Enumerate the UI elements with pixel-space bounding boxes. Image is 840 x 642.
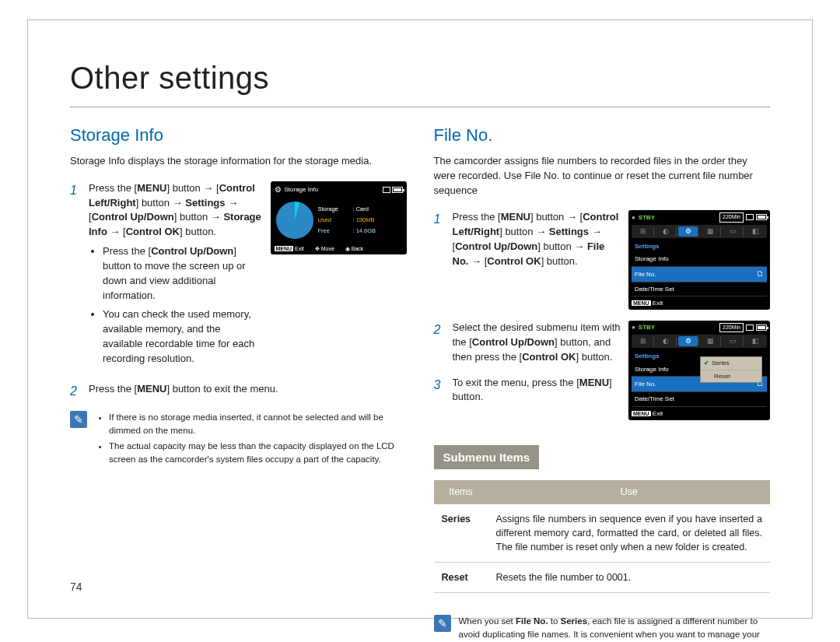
storage-label: Storage [318, 205, 353, 214]
used-label: Used [318, 216, 353, 225]
step-number: 1 [434, 210, 445, 268]
free-label: Free [318, 227, 353, 236]
tab-icon: ▭ [723, 336, 744, 346]
step-3: 3 To exit the menu, press the [MENU] but… [434, 376, 621, 405]
step1-bullet-1: Press the [Control Up/Down] button to mo… [103, 244, 263, 303]
note-bullet-1: If there is no storage media inserted, i… [109, 411, 407, 437]
r-step2-text: Select the desired submenu item with the… [453, 321, 621, 365]
file-no-note: When you set File No. to Series, each fi… [459, 615, 771, 642]
sd-card-icon [383, 187, 390, 193]
step-2: 2 Press the [MENU] button to exit the me… [70, 382, 407, 400]
step-number: 2 [70, 382, 81, 400]
tab-icon: ◐ [656, 336, 677, 346]
submenu-table: Items Use Series Assigns file numbers in… [434, 480, 771, 593]
step-number: 3 [434, 376, 445, 405]
menu-button-label: MENU [632, 300, 651, 306]
file-no-intro: The camcorder assigns file numbers to re… [434, 154, 771, 198]
submenu-popup: ✔Series Reset [700, 356, 762, 383]
storage-info-intro: Storage Info displays the storage inform… [70, 154, 407, 169]
step-2: 2 Select the desired submenu item with t… [434, 321, 621, 365]
stby-label: STBY [639, 213, 655, 223]
tab-icon: ◧ [745, 226, 765, 237]
table-row: Series Assigns file numbers in sequence … [434, 504, 771, 563]
note-bullet-2: The actual capacity may be less than the… [109, 440, 407, 465]
item-series: Series [434, 504, 488, 563]
popup-row-reset: Reset [701, 370, 761, 383]
move-icon: ✥ [315, 246, 320, 251]
note-box: ✎ When you set File No. to Series, each … [434, 615, 771, 642]
menu-button-label: MENU [632, 411, 651, 416]
time-remaining: 220Min [719, 323, 744, 332]
popup-row-series: ✔Series [701, 357, 761, 370]
use-series: Assigns file numbers in sequence even if… [488, 504, 771, 563]
back-icon: ◉ [345, 246, 350, 251]
tab-icons: ⊞ ◐ ⚙ ▦ ▭ ◧ [632, 225, 767, 238]
battery-icon [756, 214, 767, 220]
note-icon: ✎ [434, 615, 451, 632]
left-column: Storage Info Storage Info displays the s… [70, 123, 407, 642]
rec-icon: ● [632, 323, 635, 332]
step-number: 1 [70, 181, 81, 371]
note-icon: ✎ [70, 411, 87, 428]
settings-tab-icon: ⚙ [678, 336, 699, 346]
divider [70, 107, 770, 107]
sd-card-icon [746, 214, 754, 220]
gear-icon: ⚙ [275, 184, 282, 196]
storage-values: Storage : Card Used : 190MB Free : 14.6G… [318, 205, 376, 236]
battery-icon [392, 187, 403, 193]
tab-icon: ◧ [745, 336, 765, 346]
page-title: Other settings [70, 55, 770, 100]
settings-header: Settings [632, 240, 767, 253]
menu-row: Storage Info [632, 252, 767, 267]
lcd-footer: MENU Exit ✥ Move ◉ Back [275, 245, 403, 253]
used-value: : 190MB [353, 216, 376, 225]
r-step1-text: Press the [MENU] button → [Control Left/… [453, 210, 621, 268]
tab-icon: ⊞ [633, 226, 654, 237]
menu-button-label: MENU [275, 246, 294, 251]
item-reset: Reset [434, 562, 488, 592]
tab-icon: ⊞ [633, 336, 654, 346]
battery-icon [756, 325, 767, 331]
right-column: File No. The camcorder assigns file numb… [434, 123, 771, 642]
r-step3-text: To exit the menu, press the [MENU] butto… [453, 376, 621, 405]
rec-icon: ● [632, 213, 635, 223]
file-no-heading: File No. [434, 123, 771, 148]
step2-text: Press the [MENU] button to exit the menu… [89, 382, 407, 400]
step1-text: Press the [MENU] button → [Control Left/… [89, 182, 261, 238]
tab-icon: ▦ [700, 336, 721, 346]
storage-info-heading: Storage Info [70, 123, 407, 148]
table-header-use: Use [488, 480, 771, 503]
check-icon: ✔ [704, 359, 709, 368]
manual-page: Other settings Storage Info Storage Info… [27, 19, 813, 619]
menu-row-selected: File No. 🗋 [632, 267, 767, 282]
tab-icon: ◐ [656, 226, 677, 237]
page-number: 74 [70, 579, 82, 595]
step-1: 1 Press the [MENU] button → [Control Lef… [434, 210, 621, 268]
time-remaining: 220Min [719, 212, 744, 222]
menu-row: Date/Time Set [632, 282, 767, 297]
note-box: ✎ If there is no storage media inserted,… [70, 411, 407, 469]
submenu-items-heading: Submenu Items [434, 445, 540, 470]
lcd-storage-info: ⚙ Storage Info Storage : Card Used : 190… [271, 181, 407, 255]
use-reset: Resets the file number to 0001. [488, 562, 771, 592]
step1-bullet-2: You can check the used memory, available… [103, 307, 263, 366]
document-icon: 🗋 [757, 269, 764, 279]
lcd-header: ⚙ Storage Info [275, 184, 403, 196]
two-column-layout: Storage Info Storage Info displays the s… [70, 123, 770, 642]
pie-chart-icon [276, 202, 313, 239]
lcd-file-no-menu: ● STBY 220Min ⊞ ◐ ⚙ ▦ ▭ ◧ [628, 210, 770, 310]
lcd-title: Storage Info [285, 185, 319, 195]
table-header-items: Items [434, 480, 488, 503]
storage-value: : Card [353, 205, 376, 214]
tab-icon: ▦ [700, 226, 721, 237]
free-value: : 14.6GB [353, 227, 376, 236]
stby-label: STBY [639, 323, 655, 332]
step-number: 2 [434, 321, 445, 365]
tab-icons: ⊞ ◐ ⚙ ▦ ▭ ◧ [632, 335, 767, 348]
settings-tab-icon: ⚙ [678, 226, 699, 237]
table-row: Reset Resets the file number to 0001. [434, 562, 771, 592]
tab-icon: ▭ [723, 226, 744, 237]
sd-card-icon [746, 325, 754, 331]
menu-row: Date/Time Set [632, 392, 767, 407]
lcd-file-no-submenu: ● STBY 220Min ⊞ ◐ ⚙ ▦ ▭ ◧ [628, 321, 770, 420]
